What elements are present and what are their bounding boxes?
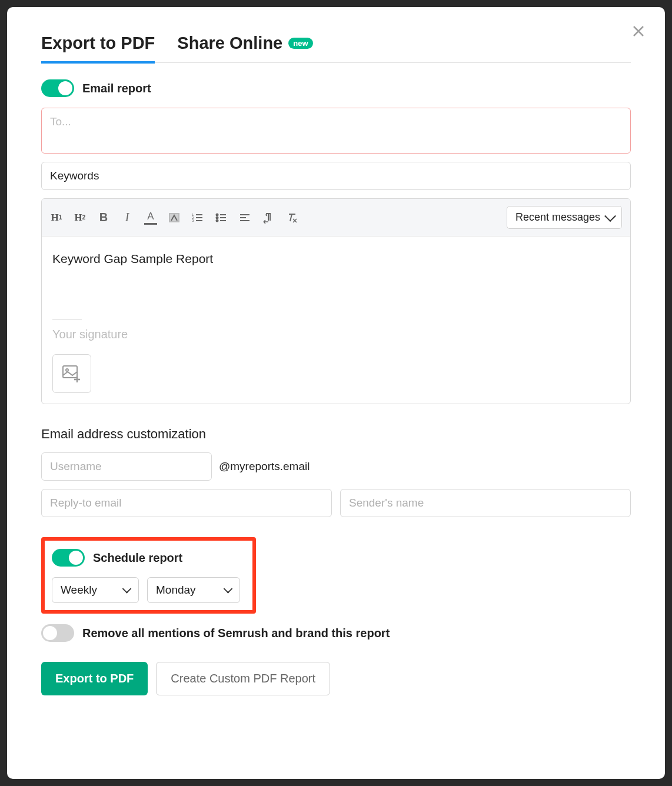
bg-color-button[interactable] (168, 211, 181, 225)
svg-rect-7 (63, 366, 77, 378)
align-button[interactable] (238, 211, 251, 225)
subject-input[interactable] (41, 162, 631, 190)
schedule-highlight: Schedule report Weekly Monday (41, 537, 256, 614)
new-badge: new (288, 38, 312, 49)
reply-to-input[interactable] (41, 489, 332, 517)
h1-button[interactable]: H1 (50, 211, 63, 225)
editor-body[interactable]: Keyword Gap Sample Report Your signature (42, 237, 630, 404)
day-value: Monday (156, 584, 196, 596)
email-customization-title: Email address customization (41, 427, 631, 442)
bold-button[interactable]: B (97, 211, 110, 225)
branding-toggle[interactable] (41, 624, 74, 642)
h2-button[interactable]: H2 (74, 211, 87, 225)
modal-tabs: Export to PDF Share Online new (41, 34, 631, 63)
unordered-list-button[interactable] (215, 211, 228, 225)
custom-report-button[interactable]: Create Custom PDF Report (156, 662, 330, 695)
export-modal: Export to PDF Share Online new Email rep… (7, 7, 665, 779)
email-report-label: Email report (82, 82, 151, 95)
close-button[interactable] (630, 22, 647, 40)
to-placeholder: To... (50, 115, 71, 128)
frequency-select[interactable]: Weekly (52, 577, 139, 603)
tab-share-online[interactable]: Share Online new (177, 34, 312, 61)
rtl-button[interactable] (262, 211, 275, 225)
day-select[interactable]: Monday (147, 577, 240, 603)
to-input[interactable]: To... (41, 108, 631, 154)
italic-button[interactable]: I (121, 211, 134, 225)
add-image-button[interactable] (52, 354, 91, 393)
text-color-button[interactable]: A (144, 211, 157, 225)
frequency-value: Weekly (61, 584, 97, 596)
signature-placeholder: Your signature (52, 328, 620, 341)
email-report-toggle[interactable] (41, 79, 74, 97)
clear-format-button[interactable] (285, 211, 298, 225)
message-editor: H1 H2 B I A 123 Recent m (41, 198, 631, 404)
message-text: Keyword Gap Sample Report (52, 252, 620, 266)
export-button[interactable]: Export to PDF (41, 662, 148, 695)
svg-point-6 (217, 219, 218, 221)
username-input[interactable] (41, 452, 212, 481)
svg-point-8 (66, 369, 68, 371)
editor-toolbar: H1 H2 B I A 123 Recent m (42, 199, 630, 237)
svg-point-5 (217, 217, 218, 218)
schedule-label: Schedule report (93, 551, 182, 565)
tab-export-pdf[interactable]: Export to PDF (41, 34, 155, 64)
schedule-toggle[interactable] (52, 549, 85, 567)
svg-point-4 (217, 214, 218, 215)
branding-label: Remove all mentions of Semrush and brand… (82, 627, 390, 640)
signature-divider (52, 319, 82, 319)
email-domain: @myreports.email (219, 460, 310, 473)
svg-text:3: 3 (192, 219, 194, 222)
ordered-list-button[interactable]: 123 (191, 211, 204, 225)
recent-messages-label: Recent messages (515, 211, 600, 223)
sender-name-input[interactable] (340, 489, 631, 517)
tab-share-label: Share Online (177, 34, 282, 53)
recent-messages-select[interactable]: Recent messages (507, 206, 622, 229)
